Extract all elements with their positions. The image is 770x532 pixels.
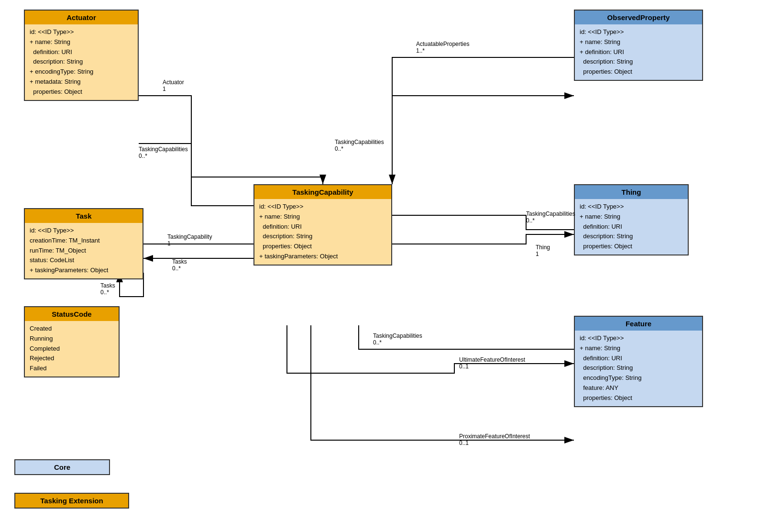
thing-header: Thing: [575, 185, 688, 199]
legend-core-label: Core: [54, 463, 70, 471]
tasking-cap-thing-label: TaskingCapabilities0..*: [526, 211, 575, 224]
actuator-body: id: <<ID Type>> + name: String definitio…: [25, 24, 138, 100]
tasking-cap-label-top-right: TaskingCapabilities0..*: [335, 139, 384, 152]
legend-tasking-label: Tasking Extension: [40, 497, 103, 505]
thing-1-label: Thing1: [536, 244, 550, 257]
observed-property-header: ObservedProperty: [575, 11, 702, 24]
thing-body: id: <<ID Type>> + name: String definitio…: [575, 199, 688, 255]
status-code-body: Created Running Completed Rejected Faile…: [25, 321, 119, 377]
legend-tasking: Tasking Extension: [14, 493, 129, 509]
diagram-container: Actuator id: <<ID Type>> + name: String …: [0, 0, 770, 532]
status-code-header: StatusCode: [25, 307, 119, 321]
feature-body: id: <<ID Type>> + name: String definitio…: [575, 331, 702, 406]
observed-property-box: ObservedProperty id: <<ID Type>> + name:…: [574, 10, 703, 81]
status-code-box: StatusCode Created Running Completed Rej…: [24, 306, 120, 377]
proximate-feature-label: ProximateFeatureOfInterest0..1: [459, 433, 530, 446]
tasking-cap-bottom-label: TaskingCapabilities0..*: [373, 332, 422, 346]
tasks-label-up: Tasks0..*: [172, 258, 187, 272]
tasking-capability-body: id: <<ID Type>> + name: String definitio…: [254, 199, 391, 265]
actuator-arrow-label: Actuator1: [163, 79, 184, 92]
actuator-header: Actuator: [25, 11, 138, 24]
tasks-label-down: Tasks0..*: [100, 282, 115, 296]
actuator-box: Actuator id: <<ID Type>> + name: String …: [24, 10, 139, 101]
tasking-capability-1-label: TaskingCapability1: [167, 233, 212, 247]
tasking-capability-header: TaskingCapability: [254, 185, 391, 199]
feature-header: Feature: [575, 317, 702, 331]
observed-property-body: id: <<ID Type>> + name: String + definit…: [575, 24, 702, 80]
task-box: Task id: <<ID Type>> creationTime: TM_In…: [24, 208, 143, 279]
thing-box: Thing id: <<ID Type>> + name: String def…: [574, 184, 689, 255]
actuatable-properties-label: ActuatableProperties1..*: [416, 41, 469, 54]
feature-box: Feature id: <<ID Type>> + name: String d…: [574, 316, 703, 407]
task-body: id: <<ID Type>> creationTime: TM_Instant…: [25, 223, 143, 278]
task-header: Task: [25, 209, 143, 223]
tasking-capability-box: TaskingCapability id: <<ID Type>> + name…: [253, 184, 392, 266]
tasking-cap-label-top-left: TaskingCapabilities0..*: [139, 146, 188, 159]
ultimate-feature-label: UltimateFeatureOfInterest0..1: [459, 356, 525, 370]
legend-core: Core: [14, 459, 110, 475]
